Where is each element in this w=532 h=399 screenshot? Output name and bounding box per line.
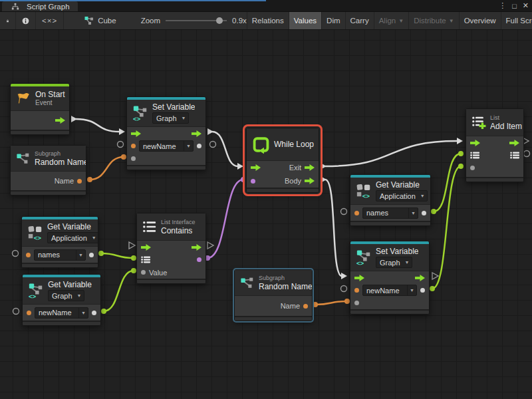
value-port[interactable]	[197, 144, 201, 148]
variable-scope-dropdown[interactable]: Graph▼	[48, 290, 84, 301]
node-row	[466, 149, 523, 162]
flow-port[interactable]	[192, 130, 201, 137]
flow-port[interactable]	[470, 140, 480, 146]
zoom-value: 0.9x	[232, 17, 247, 25]
value-port[interactable]	[422, 211, 426, 215]
zoom-label: Zoom	[141, 17, 160, 25]
graph-variable-icon: <>	[356, 249, 372, 265]
node-kind-label: Subgraph	[35, 150, 86, 158]
value-port[interactable]	[354, 301, 359, 305]
get-variable-graph-left[interactable]: <>Get VariableGraph▼newName▼	[22, 274, 101, 326]
toolbar-button-label: Overview	[464, 17, 496, 25]
flow-port[interactable]	[192, 244, 201, 251]
value-port[interactable]	[354, 211, 359, 215]
flow-port[interactable]	[131, 130, 141, 137]
zoom-control: Zoom 0.9x	[141, 17, 247, 25]
value-port[interactable]	[92, 311, 96, 315]
set-variable-right[interactable]: <>Set VariableGraph▼newName▼	[350, 241, 430, 315]
value-port[interactable]	[303, 304, 308, 309]
close-window-button[interactable]: ✕	[523, 1, 529, 10]
variable-scope-dropdown[interactable]: Application▼	[47, 232, 98, 243]
tab-script-graph[interactable]: Script Graph	[2, 1, 78, 11]
value-port[interactable]	[251, 179, 255, 184]
value-port[interactable]	[27, 311, 31, 315]
value-port[interactable]	[197, 257, 201, 262]
value-port[interactable]	[354, 288, 359, 293]
zoom-slider-handle[interactable]	[216, 17, 223, 24]
subgraph-icon	[16, 151, 31, 166]
flow-port[interactable]	[305, 178, 315, 184]
node-row: Value	[137, 266, 205, 279]
toolbar-button-label: Distribute	[414, 17, 446, 25]
flow-port[interactable]	[141, 244, 151, 251]
node-header: <>Get VariableApplication▼	[350, 178, 430, 205]
graph-canvas[interactable]	[0, 30, 532, 399]
value-port[interactable]	[77, 179, 82, 184]
value-port[interactable]	[131, 156, 136, 161]
subgraph-random-name-left[interactable]: SubgraphRandom NameName	[10, 145, 86, 196]
list-port[interactable]	[141, 256, 150, 263]
flow-port[interactable]	[305, 164, 315, 171]
list-port[interactable]	[470, 152, 479, 159]
value-port[interactable]	[131, 144, 136, 148]
node-title: Contains	[161, 226, 196, 235]
node-title: Add Item	[490, 122, 522, 131]
value-port[interactable]	[470, 166, 475, 170]
value-port[interactable]	[420, 288, 425, 293]
toolbar-button-distribute[interactable]: Distribute▼	[408, 12, 459, 29]
maximize-window-button[interactable]: □	[512, 2, 517, 10]
toolbar-button-dim[interactable]: Dim	[321, 12, 344, 29]
code-view-button[interactable]: <×>	[36, 12, 64, 29]
node-title: Get Variable	[376, 180, 428, 190]
flow-port[interactable]	[354, 275, 364, 281]
flow-port[interactable]	[55, 117, 65, 124]
toolbar-button-relations[interactable]: Relations	[247, 12, 289, 29]
port-label: Name	[55, 177, 74, 185]
variable-name-dropdown[interactable]: newName▼	[35, 307, 88, 319]
lock-button[interactable]	[0, 12, 16, 29]
list-port[interactable]	[510, 152, 519, 159]
set-variable-top[interactable]: <>Set VariableGraph▼newName▼	[126, 96, 206, 170]
dropdown-value: names	[35, 251, 76, 259]
list-add-item[interactable]: ListAdd Item	[466, 108, 524, 182]
variable-scope-dropdown[interactable]: Graph▼	[376, 257, 412, 268]
toolbar-button-label: Align	[379, 17, 396, 25]
port-label: Name	[281, 302, 300, 310]
zoom-slider[interactable]	[166, 20, 227, 21]
more-window-button[interactable]: ⋮	[499, 1, 506, 10]
node-footer	[350, 309, 429, 314]
node-row	[127, 152, 205, 165]
flow-port[interactable]	[509, 140, 519, 146]
on-start[interactable]: On StartEvent	[10, 83, 70, 135]
variable-name-dropdown[interactable]: newName▼	[362, 285, 417, 296]
value-port[interactable]	[89, 253, 94, 257]
variable-name-dropdown[interactable]: names▼	[34, 249, 86, 261]
flow-port[interactable]	[251, 164, 261, 171]
flag-icon	[16, 91, 31, 106]
toolbar-button-carry[interactable]: Carry	[345, 12, 374, 29]
toolbar-button-align[interactable]: Align▼	[374, 12, 409, 29]
flow-port[interactable]	[415, 275, 425, 281]
node-title: Random Name	[259, 282, 312, 291]
toolbar-button-full-screen[interactable]: Full Screen	[501, 12, 532, 29]
toolbar-button-overview[interactable]: Overview	[459, 12, 501, 29]
subgraph-icon	[240, 275, 255, 290]
variable-name-dropdown[interactable]: names▼	[362, 207, 418, 219]
subgraph-random-name-mid[interactable]: SubgraphRandom NameName	[234, 269, 313, 321]
toolbar-button-values[interactable]: Values	[289, 12, 321, 29]
get-variable-application-left[interactable]: <>Get VariableApplication▼names▼	[21, 216, 98, 268]
code-view-label: <×>	[42, 17, 57, 25]
info-button[interactable]	[16, 12, 36, 29]
get-variable-application-right[interactable]: <>Get VariableApplication▼names▼	[350, 174, 431, 226]
variable-name-dropdown[interactable]: newName▼	[139, 140, 194, 152]
chevron-down-icon: ▼	[398, 18, 404, 24]
variable-scope-dropdown[interactable]: Graph▼	[152, 112, 189, 124]
value-port[interactable]	[26, 253, 31, 257]
value-port[interactable]	[141, 270, 146, 275]
list-contains[interactable]: List InterfaceContainsValue	[136, 213, 206, 284]
list-add-icon	[471, 116, 486, 129]
graph-context-button[interactable]: Cube	[78, 12, 122, 29]
while-loop[interactable]: While LoopExitBody	[246, 128, 319, 193]
variable-scope-dropdown[interactable]: Application▼	[376, 190, 428, 201]
node-body	[11, 111, 69, 130]
